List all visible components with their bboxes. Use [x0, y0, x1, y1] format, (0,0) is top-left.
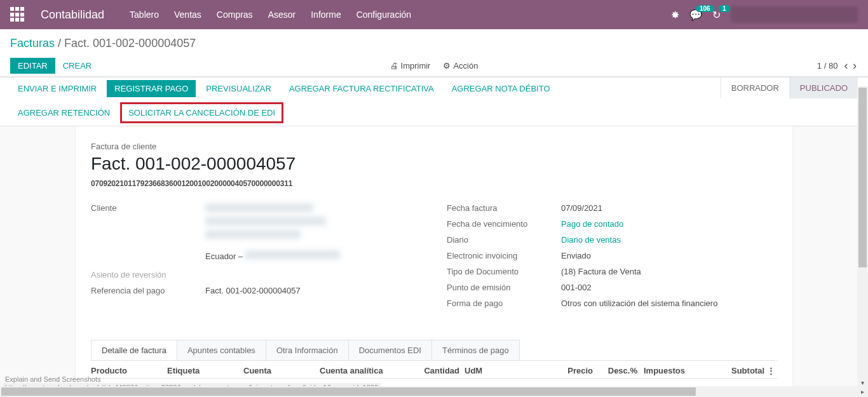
value-einvoicing: Enviado	[561, 251, 777, 260]
tabs: Detalle de factura Apuntes contables Otr…	[91, 340, 777, 361]
btn-retention[interactable]: Agregar retención	[10, 102, 118, 123]
col-precio[interactable]: Precio	[529, 366, 593, 375]
label-reversal: Asiento de reversión	[91, 270, 205, 279]
step-draft[interactable]: Borrador	[721, 77, 789, 98]
value-emission-point: 001-002	[561, 283, 777, 292]
print-icon: 🖨	[390, 61, 398, 71]
value-fecha: 07/09/2021	[561, 203, 777, 213]
cliente-region	[245, 250, 341, 259]
control-panel: Facturas / Fact. 001-002-000004057 Edita…	[0, 29, 868, 77]
pager-next[interactable]: ›	[853, 59, 857, 72]
edit-button[interactable]: Editar	[10, 58, 55, 74]
nav-ventas[interactable]: Ventas	[174, 10, 201, 20]
cliente-country: Ecuador –	[205, 252, 245, 261]
doc-name: Fact. 001-002-000004057	[91, 154, 777, 174]
label-emission-point: Punto de emisión	[447, 283, 561, 292]
cliente-addr2	[205, 230, 301, 239]
extension-hint: Explain and Send Screenshots	[5, 375, 100, 383]
tab-other-info[interactable]: Otra Información	[266, 340, 349, 360]
nav-informe[interactable]: Informe	[311, 10, 341, 20]
chevron-down-icon[interactable]: ▾	[857, 379, 868, 386]
col-cantidad[interactable]: Cantidad	[415, 366, 459, 375]
btn-request-edi-cancel[interactable]: Solicitar la cancelación de EDI	[120, 102, 283, 123]
horizontal-scrollbar[interactable]: ▸	[0, 386, 868, 394]
apps-icon[interactable]	[10, 7, 25, 22]
label-diario: Diario	[447, 235, 561, 245]
nav-tablero[interactable]: Tablero	[130, 10, 159, 20]
value-payment-form: Otros con utilización del sistema financ…	[561, 299, 777, 308]
pager-text[interactable]: 1 / 80	[817, 61, 838, 71]
chat-badge: 106	[696, 5, 714, 12]
col-more-icon[interactable]: ⋮	[764, 366, 777, 375]
action-menu[interactable]: ⚙ Acción	[443, 61, 478, 71]
user-menu[interactable]	[731, 6, 858, 23]
col-etiqueta[interactable]: Etiqueta	[167, 366, 243, 375]
tab-journal-items[interactable]: Apuntes contables	[177, 340, 266, 360]
nav-compras[interactable]: Compras	[217, 10, 253, 20]
value-diario[interactable]: Diario de ventas	[561, 235, 777, 245]
label-einvoicing: Electronic invoicing	[447, 251, 561, 260]
cliente-name[interactable]	[205, 203, 313, 212]
form-sheet: Factura de cliente Fact. 001-002-0000040…	[76, 126, 792, 394]
col-cuenta[interactable]: Cuenta	[243, 366, 320, 375]
breadcrumb-root[interactable]: Facturas	[10, 37, 55, 50]
col-udm[interactable]: UdM	[459, 366, 498, 375]
label-payment-ref: Referencia del pago	[91, 286, 205, 295]
label-payment-form: Forma de pago	[447, 299, 561, 308]
tab-edi-docs[interactable]: Documentos EDI	[348, 340, 432, 360]
create-button[interactable]: Crear	[55, 58, 100, 74]
col-cuenta-analitica[interactable]: Cuenta analítica	[320, 366, 415, 375]
btn-register-payment[interactable]: Registrar pago	[107, 80, 196, 97]
vscroll-thumb[interactable]	[858, 88, 867, 267]
btn-preview[interactable]: Previsualizar	[198, 80, 279, 97]
col-producto[interactable]: Producto	[91, 366, 167, 375]
label-vencimiento: Fecha de vencimiento	[447, 219, 561, 229]
hscroll-thumb[interactable]	[1, 387, 696, 394]
activity-badge: 1	[719, 5, 730, 12]
step-posted[interactable]: Publicado	[789, 77, 858, 98]
access-key: 0709202101179236683600120010020000040570…	[91, 179, 777, 188]
tab-detail[interactable]: Detalle de factura	[91, 340, 177, 360]
pager-prev[interactable]: ‹	[844, 59, 848, 72]
chevron-right-icon[interactable]: ▸	[857, 388, 868, 394]
value-payment-ref: Fact. 001-002-000004057	[205, 286, 421, 295]
cliente-addr1	[205, 217, 326, 225]
gear-icon: ⚙	[443, 61, 451, 71]
print-button[interactable]: 🖨 Imprimir	[390, 61, 431, 71]
doc-type: Factura de cliente	[91, 142, 777, 151]
breadcrumb-current: Fact. 001-002-000004057	[64, 37, 196, 50]
status-bar: Enviar e imprimir Registrar pago Previsu…	[0, 77, 868, 126]
value-vencimiento[interactable]: Pago de contado	[561, 219, 777, 229]
bug-icon[interactable]: ✸	[671, 9, 679, 21]
tab-payment-terms[interactable]: Términos de pago	[431, 340, 520, 360]
col-subtotal[interactable]: Subtotal	[714, 366, 764, 375]
nav-configuracion[interactable]: Configuración	[356, 10, 411, 20]
btn-send-print[interactable]: Enviar e imprimir	[10, 80, 104, 97]
top-nav: Contabilidad Tablero Ventas Compras Ases…	[0, 0, 868, 29]
col-descuento[interactable]: Desc.%	[593, 366, 637, 375]
activity-icon[interactable]: ↻1	[712, 9, 721, 21]
invoice-lines-header: Producto Etiqueta Cuenta Cuenta analític…	[91, 361, 777, 379]
col-impuestos[interactable]: Impuestos	[637, 366, 714, 375]
label-cliente: Cliente	[91, 203, 205, 213]
chat-icon[interactable]: 💬106	[689, 9, 702, 21]
app-title[interactable]: Contabilidad	[41, 8, 104, 22]
btn-credit-note[interactable]: Agregar factura rectificativa	[281, 80, 442, 97]
label-doc-type: Tipo de Documento	[447, 267, 561, 276]
breadcrumb: Facturas / Fact. 001-002-000004057	[10, 37, 858, 50]
value-doc-type: (18) Factura de Venta	[561, 267, 777, 276]
btn-debit-note[interactable]: Agregar nota débito	[444, 80, 558, 97]
vertical-scrollbar[interactable]: ▾	[857, 86, 868, 386]
nav-links: Tablero Ventas Compras Asesor Informe Co…	[130, 10, 411, 20]
label-fecha: Fecha factura	[447, 203, 561, 213]
nav-asesor[interactable]: Asesor	[268, 10, 296, 20]
